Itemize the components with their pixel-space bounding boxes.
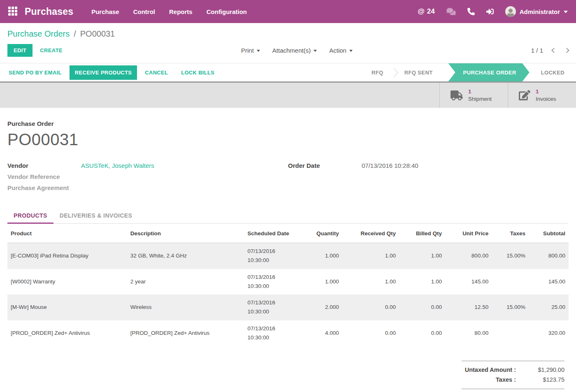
topbar: Purchases Purchase Control Reports Confi… (0, 0, 576, 23)
cell-taxes (492, 320, 529, 346)
chevron-down-icon (257, 50, 260, 52)
app-title[interactable]: Purchases (25, 6, 73, 17)
cell-unit-price: 12.50 (445, 295, 492, 320)
menu-configuration[interactable]: Configuration (207, 8, 247, 15)
table-row[interactable]: [M-Wir] Mouse Wireless 07/13/2016 10:30:… (7, 295, 569, 320)
col-unit-price: Unit Price (445, 224, 492, 243)
cancel-button[interactable]: CANCEL (139, 65, 173, 80)
col-product: Product (7, 224, 127, 243)
menu-purchase[interactable]: Purchase (91, 8, 119, 15)
cell-unit-price: 80.00 (445, 320, 492, 346)
chevron-down-icon (564, 11, 568, 13)
field-group: Vendor ASUSTeK, Joseph Walters Vendor Re… (7, 162, 569, 195)
form-sheet: Purchase Order PO00031 Vendor ASUSTeK, J… (0, 108, 576, 392)
sign-in-icon[interactable] (486, 8, 494, 15)
tab-products[interactable]: PRODUCTS (7, 208, 53, 224)
table-row[interactable]: [W0002] Warranty 2 year 07/13/2016 10:30… (7, 269, 569, 295)
col-taxes: Taxes (492, 224, 529, 243)
totals-section: Untaxed Amount : $1,290.00 Taxes : $123.… (7, 361, 569, 392)
pager-next-icon[interactable] (564, 48, 569, 53)
untaxed-amount-value: $1,290.00 (522, 366, 564, 373)
messages-icon[interactable] (446, 7, 456, 16)
cell-billed-qty: 1.00 (399, 269, 445, 295)
attachments-menu[interactable]: Attachment(s) (272, 47, 317, 54)
cell-scheduled-date: 07/13/2016 10:30:00 (244, 320, 293, 346)
tab-deliveries-invoices[interactable]: DELIVERIES & INVOICES (53, 208, 138, 224)
cell-received-qty: 0.00 (342, 295, 399, 320)
vendor-reference-label: Vendor Reference (7, 173, 81, 180)
action-menu[interactable]: Action (329, 47, 353, 54)
untaxed-amount-label: Untaxed Amount : (462, 366, 522, 373)
purchase-agreement-label: Purchase Agreement (7, 184, 81, 191)
vendor-value-link[interactable]: ASUSTeK, Joseph Walters (81, 162, 154, 169)
col-subtotal: Subtotal (529, 224, 569, 243)
form-buttons: EDIT CREATE (7, 44, 63, 57)
create-button[interactable]: CREATE (40, 47, 63, 53)
invoices-count: 1 (536, 88, 556, 95)
print-menu[interactable]: Print (241, 47, 260, 54)
action-menus: Print Attachment(s) Action (63, 47, 531, 54)
cell-subtotal: 320.00 (529, 320, 569, 346)
col-quantity: Quantity (293, 224, 342, 243)
user-menu[interactable]: Administrator (505, 6, 568, 17)
activities-button[interactable]: @ 24 (418, 7, 435, 16)
cell-received-qty: 1.00 (342, 243, 399, 269)
order-date-label: Order Date (288, 162, 362, 169)
table-row[interactable]: [PROD_ORDER] Zed+ Antivirus [PROD_ORDER]… (7, 320, 569, 346)
state-purchase-order-active[interactable]: PURCHASE ORDER (448, 63, 530, 81)
taxes-value: $123.75 (522, 376, 564, 383)
cell-description: 32 GB, White, 2.4 GHz (127, 243, 244, 269)
state-rfq-sent[interactable]: RFQ SENT (393, 63, 444, 81)
topbar-menu: Purchase Control Reports Configuration (91, 8, 247, 15)
col-description: Description (127, 224, 244, 243)
cell-unit-price: 145.00 (445, 269, 492, 295)
table-header-row: Product Description Scheduled Date Quant… (7, 224, 569, 243)
shipment-count: 1 (468, 88, 492, 95)
shipment-stat-button[interactable]: 1 Shipment (439, 83, 508, 108)
table-row[interactable]: [E-COM03] iPad Retina Display 32 GB, Whi… (7, 243, 569, 269)
cell-scheduled-date: 07/13/2016 10:30:00 (244, 269, 293, 295)
cell-scheduled-date: 07/13/2016 10:30:00 (244, 243, 293, 269)
invoices-stat-button[interactable]: 1 Invoices (508, 83, 576, 108)
lock-bills-button[interactable]: LOCK BILLS (176, 65, 220, 80)
order-date-value: 07/13/2016 10:28:40 (362, 162, 418, 169)
order-lines-table: Product Description Scheduled Date Quant… (7, 224, 569, 346)
col-received-qty: Received Qty (342, 224, 399, 243)
edit-button[interactable]: EDIT (7, 44, 33, 57)
print-menu-label: Print (241, 47, 254, 54)
breadcrumb-current: PO00031 (80, 29, 115, 39)
menu-reports[interactable]: Reports (169, 8, 193, 15)
chevron-down-icon (314, 50, 317, 52)
menu-control[interactable]: Control (133, 8, 155, 15)
pager-previous-icon[interactable] (551, 48, 557, 53)
statusbar-buttons: SEND PO BY EMAIL RECEIVE PRODUCTS CANCEL… (3, 63, 220, 81)
breadcrumb-purchase-orders[interactable]: Purchase Orders (7, 29, 70, 39)
cell-taxes: 15.00% (492, 295, 529, 320)
stat-band: 1 Shipment 1 Invoices (0, 81, 576, 108)
cell-quantity: 2.000 (293, 295, 342, 320)
vendor-label: Vendor (7, 162, 81, 169)
cell-billed-qty: 1.00 (399, 243, 445, 269)
phone-icon[interactable] (467, 8, 475, 15)
truck-icon (451, 90, 463, 100)
cell-product: [M-Wir] Mouse (7, 295, 127, 320)
col-billed-qty: Billed Qty (399, 224, 445, 243)
apps-menu-icon[interactable] (8, 7, 18, 16)
cell-product: [W0002] Warranty (7, 269, 127, 295)
pager-counter: 1 / 1 (531, 47, 543, 54)
pager: 1 / 1 (531, 47, 569, 54)
cell-scheduled-date: 07/13/2016 10:30:00 (244, 295, 293, 320)
send-po-by-email-button[interactable]: SEND PO BY EMAIL (3, 65, 67, 80)
statusbar-states: RFQ RFQ SENT PURCHASE ORDER LOCKED (360, 63, 576, 81)
cell-product: [E-COM03] iPad Retina Display (7, 243, 127, 269)
cell-unit-price: 800.00 (445, 243, 492, 269)
receive-products-button[interactable]: RECEIVE PRODUCTS (70, 65, 137, 80)
cell-billed-qty: 0.00 (399, 295, 445, 320)
statusbar: SEND PO BY EMAIL RECEIVE PRODUCTS CANCEL… (0, 63, 576, 81)
edit-note-icon (519, 90, 530, 100)
control-panel-row: EDIT CREATE Print Attachment(s) Action (7, 44, 569, 57)
state-locked[interactable]: LOCKED (530, 63, 576, 81)
cell-quantity: 1.000 (293, 243, 342, 269)
page-title: PO00031 (7, 130, 569, 149)
cell-description: 2 year (127, 269, 244, 295)
